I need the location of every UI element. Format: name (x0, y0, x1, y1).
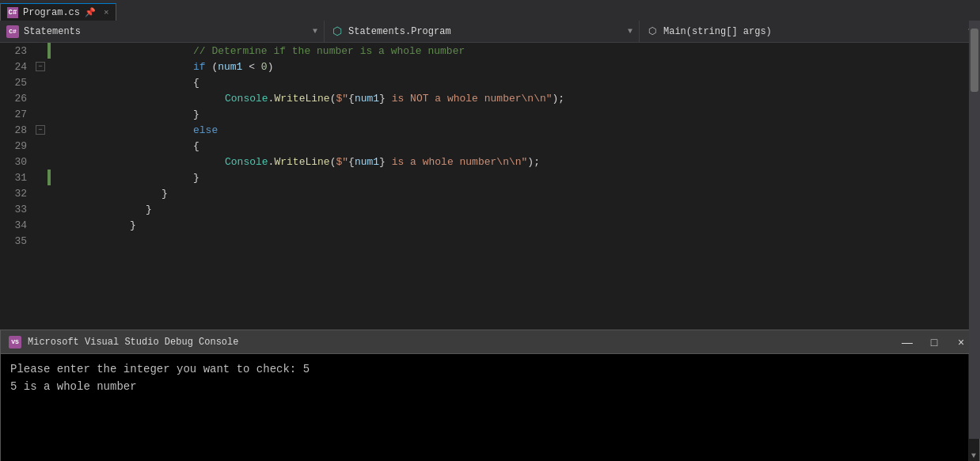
nav-statements-label: Statements (24, 26, 308, 37)
nav-program-label: Statements.Program (348, 26, 623, 37)
console-output: Please enter the integer you want to che… (0, 353, 980, 461)
line-number-25: 25 (0, 77, 33, 89)
code-line-29: { (51, 140, 969, 152)
main-scrollbar[interactable] (969, 21, 980, 439)
tab-label: Program.cs (23, 7, 80, 18)
line-number-28: 28 (0, 124, 33, 136)
tab-bar: C# Program.cs 📌 × (0, 0, 980, 21)
code-line-26: Console.WriteLine($"{num1} is NOT a whol… (51, 93, 969, 105)
table-row: 33 } (0, 201, 969, 217)
nav-method-icon: ⬡ (646, 25, 659, 38)
table-row: 34 } (0, 217, 969, 233)
nav-cs-icon: C# (6, 25, 19, 38)
console-scroll-down[interactable]: ▼ (968, 451, 979, 461)
cs-tab-icon: C# (7, 7, 18, 18)
console-title-bar: VS Microsoft Visual Studio Debug Console… (0, 330, 980, 353)
line-number-26: 26 (0, 93, 33, 105)
nav-statements-dropdown[interactable]: C# Statements ▼ (0, 21, 325, 42)
line-number-34: 34 (0, 219, 33, 231)
code-line-30: Console.WriteLine($"{num1} is a whole nu… (51, 156, 969, 168)
collapse-btn-28[interactable]: − (36, 125, 45, 135)
debug-console: VS Microsoft Visual Studio Debug Console… (0, 330, 980, 461)
code-line-23: // Determine if the number is a whole nu… (51, 45, 969, 57)
line-number-23: 23 (0, 45, 33, 57)
nav-bar: C# Statements ▼ ⬡ Statements.Program ▼ ⬡… (0, 21, 980, 43)
table-row: 26 Console.WriteLine($"{num1} is NOT a w… (0, 90, 969, 106)
gutter-28[interactable]: − (33, 125, 47, 135)
console-output-line2: 5 is a whole number (10, 378, 970, 395)
pin-icon: 📌 (85, 7, 96, 17)
table-row: 32 } (0, 185, 969, 201)
nav-namespace-icon: ⬡ (331, 25, 344, 38)
main-scroll-thumb (971, 29, 978, 92)
code-editor[interactable]: 23 // Determine if the number is a whole… (0, 43, 969, 330)
console-minimize-button[interactable]: — (897, 334, 917, 350)
code-line-31: } (51, 172, 969, 184)
nav-middle-arrow: ▼ (628, 27, 632, 36)
table-row: 24 − if (num1 < 0) (0, 59, 969, 74)
console-maximize-button[interactable]: □ (924, 334, 944, 350)
code-line-28: else (51, 124, 969, 136)
console-title-label: Microsoft Visual Studio Debug Console (28, 337, 891, 348)
console-vs-icon: VS (9, 336, 21, 349)
gutter-24[interactable]: − (33, 62, 47, 71)
tab-close-button[interactable]: × (104, 8, 109, 17)
line-number-30: 30 (0, 156, 33, 168)
code-line-24: if (num1 < 0) (51, 61, 969, 73)
table-row: 30 Console.WriteLine($"{num1} is a whole… (0, 154, 969, 170)
line-number-31: 31 (0, 172, 33, 184)
nav-program-dropdown[interactable]: ⬡ Statements.Program ▼ (325, 21, 640, 42)
table-row: 29 { (0, 138, 969, 154)
line-number-35: 35 (0, 235, 33, 247)
table-row: 27 } (0, 106, 969, 122)
table-row: 28 − else (0, 122, 969, 138)
code-line-32: } (51, 188, 969, 200)
console-output-line1: Please enter the integer you want to che… (10, 360, 970, 378)
collapse-btn-24[interactable]: − (36, 62, 45, 71)
table-row: 23 // Determine if the number is a whole… (0, 43, 969, 59)
code-line-25: { (51, 77, 969, 89)
line-number-27: 27 (0, 109, 33, 120)
line-number-33: 33 (0, 204, 33, 215)
code-line-27: } (51, 109, 969, 120)
line-number-24: 24 (0, 61, 33, 73)
line-number-29: 29 (0, 140, 33, 152)
code-line-34: } (51, 219, 969, 231)
code-line-33: } (51, 204, 969, 215)
table-row: 31 } (0, 170, 969, 185)
nav-left-arrow: ▼ (313, 27, 317, 36)
line-number-32: 32 (0, 188, 33, 200)
program-cs-tab[interactable]: C# Program.cs 📌 × (0, 3, 116, 21)
editor-area: 23 // Determine if the number is a whole… (0, 43, 980, 330)
nav-main-dropdown[interactable]: ⬡ Main(string[] args) ▼ (640, 21, 980, 42)
nav-main-label: Main(string[] args) (663, 26, 963, 37)
table-row: 25 { (0, 74, 969, 90)
table-row: 35 (0, 233, 969, 249)
